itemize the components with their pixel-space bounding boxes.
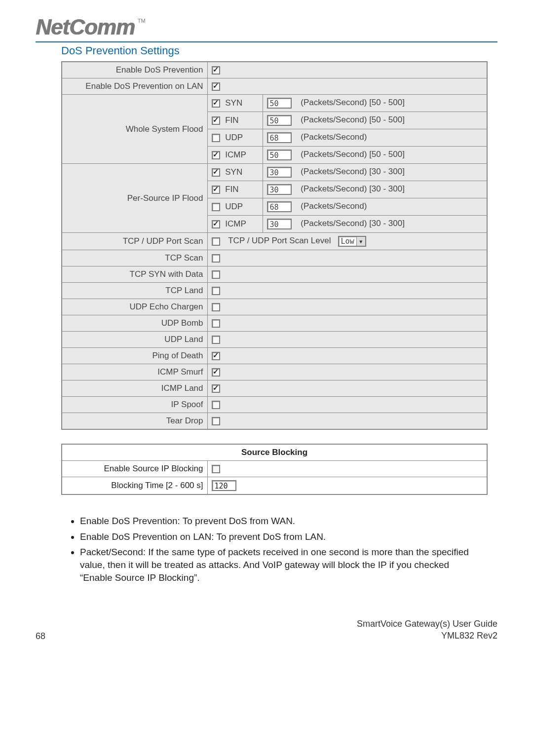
page-number: 68 xyxy=(36,631,45,642)
icmp-land-label: ICMP Land xyxy=(62,380,207,397)
psf-syn-name: SYN xyxy=(225,167,242,177)
wsf-syn-checkbox[interactable] xyxy=(212,99,220,108)
psf-udp-name: UDP xyxy=(225,202,243,211)
header-divider xyxy=(36,41,497,42)
tcp-scan-label: TCP Scan xyxy=(62,250,207,266)
psf-udp-input[interactable]: 68 xyxy=(267,201,292,212)
footer-guide: SmartVoice Gateway(s) User Guide xyxy=(357,618,497,630)
tcp-scan-checkbox[interactable] xyxy=(212,254,220,263)
port-scan-label: TCP / UDP Port Scan xyxy=(62,233,207,250)
psf-icmp-checkbox[interactable] xyxy=(212,220,220,228)
wsf-fin-name: FIN xyxy=(225,115,238,125)
tcp-land-label: TCP Land xyxy=(62,283,207,299)
ping-of-death-checkbox[interactable] xyxy=(212,352,220,360)
port-scan-level-label: TCP / UDP Port Scan Level xyxy=(228,236,331,245)
psf-syn-input[interactable]: 30 xyxy=(267,167,292,178)
wsf-icmp-input[interactable]: 50 xyxy=(267,150,292,160)
enable-source-ip-blocking-checkbox[interactable] xyxy=(212,465,220,473)
wsf-syn-suffix: (Packets/Second) [50 - 500] xyxy=(301,98,405,107)
tcp-land-checkbox[interactable] xyxy=(212,287,220,295)
udp-land-label: UDP Land xyxy=(62,332,207,348)
icmp-smurf-label: ICMP Smurf xyxy=(62,364,207,380)
wsf-udp-name: UDP xyxy=(225,133,243,142)
wsf-icmp-suffix: (Packets/Second) [50 - 500] xyxy=(301,150,405,159)
ip-spoof-label: IP Spoof xyxy=(62,397,207,413)
wsf-udp-checkbox[interactable] xyxy=(212,134,220,142)
page-footer: 68 SmartVoice Gateway(s) User Guide YML8… xyxy=(36,618,497,642)
note-item: Enable DoS Prevention: To prevent DoS fr… xyxy=(80,515,483,528)
tear-drop-label: Tear Drop xyxy=(62,413,207,430)
psf-fin-suffix: (Packets/Second) [30 - 300] xyxy=(301,184,405,193)
ip-spoof-checkbox[interactable] xyxy=(212,401,220,409)
udp-echo-chargen-label: UDP Echo Chargen xyxy=(62,299,207,315)
tcp-syn-data-label: TCP SYN with Data xyxy=(62,266,207,283)
enable-dos-lan-label: Enable DoS Prevention on LAN xyxy=(62,78,207,95)
chevron-down-icon xyxy=(356,237,365,246)
psf-udp-suffix: (Packets/Second) xyxy=(301,201,367,211)
wsf-udp-input[interactable]: 68 xyxy=(267,132,292,143)
brand-tm: TM xyxy=(138,18,146,24)
section-title: DoS Prevention Settings xyxy=(61,44,497,57)
ping-of-death-label: Ping of Death xyxy=(62,348,207,364)
dos-settings-table: Enable DoS Prevention Enable DoS Prevent… xyxy=(61,61,488,430)
wsf-icmp-checkbox[interactable] xyxy=(212,151,220,159)
psf-fin-checkbox[interactable] xyxy=(212,186,220,194)
brand-name: NetComm xyxy=(36,15,135,39)
wsf-udp-suffix: (Packets/Second) xyxy=(301,132,367,142)
psf-icmp-input[interactable]: 30 xyxy=(267,219,292,229)
psf-fin-name: FIN xyxy=(225,185,238,194)
whole-system-flood-label: Whole System Flood xyxy=(62,95,207,164)
wsf-fin-checkbox[interactable] xyxy=(212,116,220,125)
udp-bomb-label: UDP Bomb xyxy=(62,315,207,332)
wsf-syn-name: SYN xyxy=(225,98,242,108)
psf-udp-checkbox[interactable] xyxy=(212,203,220,211)
wsf-fin-suffix: (Packets/Second) [50 - 500] xyxy=(301,115,405,124)
notes-list: Enable DoS Prevention: To prevent DoS fr… xyxy=(80,515,483,584)
note-item: Packet/Second: If the same type of packe… xyxy=(80,546,483,584)
icmp-land-checkbox[interactable] xyxy=(212,384,220,393)
source-blocking-table: Source Blocking Enable Source IP Blockin… xyxy=(61,444,488,495)
source-blocking-title: Source Blocking xyxy=(62,444,487,461)
enable-dos-label: Enable DoS Prevention xyxy=(62,62,207,78)
port-scan-level-select[interactable]: Low xyxy=(338,236,366,247)
psf-icmp-name: ICMP xyxy=(225,219,246,228)
brand-logo: NetComm TM xyxy=(36,15,497,39)
note-item: Enable DoS Prevention on LAN: To prevent… xyxy=(80,530,483,543)
footer-rev: YML832 Rev2 xyxy=(357,630,497,642)
port-scan-checkbox[interactable] xyxy=(212,237,220,246)
udp-land-checkbox[interactable] xyxy=(212,336,220,344)
psf-icmp-suffix: (Packets/Second) [30 - 300] xyxy=(301,219,405,228)
port-scan-level-value: Low xyxy=(339,237,356,246)
tcp-syn-data-checkbox[interactable] xyxy=(212,270,220,279)
wsf-icmp-name: ICMP xyxy=(225,150,246,159)
icmp-smurf-checkbox[interactable] xyxy=(212,368,220,377)
tear-drop-checkbox[interactable] xyxy=(212,417,220,425)
wsf-fin-input[interactable]: 50 xyxy=(267,115,292,126)
wsf-syn-input[interactable]: 50 xyxy=(267,98,292,109)
per-source-flood-label: Per-Source IP Flood xyxy=(62,164,207,233)
blocking-time-input[interactable]: 120 xyxy=(212,480,236,491)
enable-dos-checkbox[interactable] xyxy=(212,66,220,75)
udp-bomb-checkbox[interactable] xyxy=(212,319,220,328)
psf-syn-checkbox[interactable] xyxy=(212,168,220,177)
enable-dos-lan-checkbox[interactable] xyxy=(212,82,220,91)
psf-fin-input[interactable]: 30 xyxy=(267,184,292,195)
psf-syn-suffix: (Packets/Second) [30 - 300] xyxy=(301,167,405,176)
blocking-time-label: Blocking Time [2 - 600 s] xyxy=(62,477,207,495)
udp-echo-chargen-checkbox[interactable] xyxy=(212,303,220,311)
enable-source-ip-blocking-label: Enable Source IP Blocking xyxy=(62,461,207,477)
